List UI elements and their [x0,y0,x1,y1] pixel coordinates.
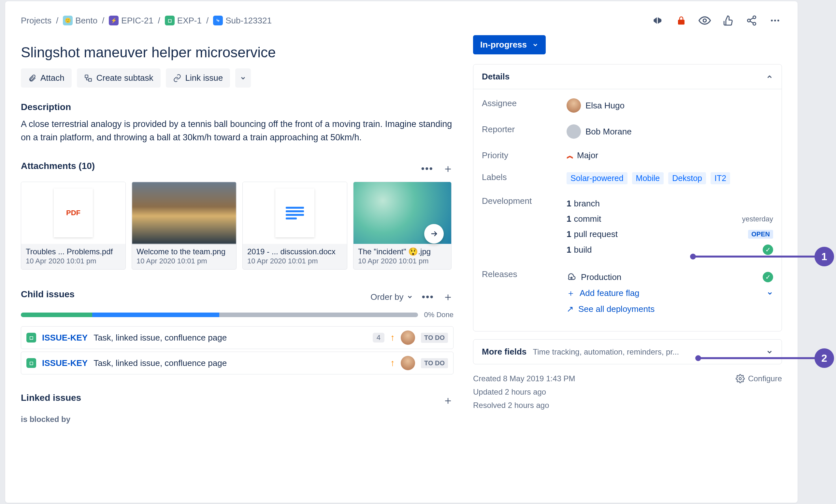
attach-button[interactable]: Attach [21,69,72,88]
breadcrumb-projects[interactable]: Projects [21,16,52,26]
top-row: Projects / 🙂 Bento / ⚡ EPIC-21 / ◻ EXP-1… [5,1,798,27]
create-subtask-button[interactable]: Create subtask [77,69,160,88]
details-panel: Details Assignee Elsa Hugo Reporter [473,64,782,331]
story-icon: ◻ [26,333,36,343]
attachments-header: Attachments (10) ••• ＋ [21,161,454,176]
cloud-up-icon [567,272,576,282]
linked-add-icon[interactable]: ＋ [442,393,454,408]
issue-key[interactable]: ISSUE-KEY [42,358,88,368]
status-dropdown[interactable]: In-progress [473,35,546,54]
attachment-name: Troubles ... Problems.pdf [21,244,126,257]
order-by-dropdown[interactable]: Order by [370,292,413,302]
description-heading: Description [21,102,454,112]
annotation-line [692,256,816,257]
annotation-badge: 1 [815,247,834,266]
attachment-icon [28,74,37,82]
issue-main: Slingshot maneuver helper microservice A… [21,35,454,424]
attachments-strip: PDF Troubles ... Problems.pdf 10 Apr 202… [21,182,454,270]
attachments-add-icon[interactable]: ＋ [442,161,454,176]
assignee-field[interactable]: Elsa Hugo [567,98,773,113]
label-chip[interactable]: Solar-powered [567,172,627,184]
label-chip[interactable]: IT2 [710,172,730,184]
label-chip[interactable]: Mobile [632,172,664,184]
share-icon[interactable] [745,14,758,27]
dev-commit[interactable]: 1 commit yesterday [567,211,773,227]
issue-summary: Task, linked issue, confluence page [94,358,384,368]
attachment-date: 10 Apr 2020 10:01 pm [354,257,451,269]
labels-label: Labels [482,172,567,184]
labels-field[interactable]: Solar-powered Mobile Dekstop IT2 [567,172,773,184]
watch-icon[interactable] [698,14,711,27]
breadcrumb: Projects / 🙂 Bento / ⚡ EPIC-21 / ◻ EXP-1… [21,16,272,26]
more-fields-panel: More fields Time tracking, automation, r… [473,339,782,364]
dev-pr[interactable]: 1 pull request OPEN [567,227,773,242]
description-text[interactable]: A close terrestrial analogy is provided … [21,118,454,144]
details-toggle[interactable]: Details [473,64,782,89]
lock-icon[interactable] [674,14,688,27]
reporter-field[interactable]: Bob Morane [567,124,773,139]
attachment-card[interactable]: 2019 - ... discussion.docx 10 Apr 2020 1… [242,182,347,270]
attachments-heading: Attachments (10) [21,161,95,171]
attachment-card[interactable]: Welcome to the team.png 10 Apr 2020 10:0… [132,182,236,270]
breadcrumb-project[interactable]: 🙂 Bento [63,16,97,26]
scroll-right-button[interactable] [424,224,444,244]
assignee-avatar[interactable] [401,356,415,370]
story-icon: ◻ [165,16,175,25]
attachment-name: The "incident" 😲.jpg [354,244,451,257]
status-badge[interactable]: TO DO [421,333,448,343]
attachment-name: Welcome to the team.png [132,244,236,257]
priority-field[interactable]: ︽ Major [567,150,773,160]
more-actions-icon[interactable] [768,14,782,27]
annotation-line [698,357,816,359]
check-circle-icon: ✓ [763,272,773,282]
child-heading: Child issues [21,289,75,299]
issue-key[interactable]: ISSUE-KEY [42,333,88,343]
more-fields-toggle[interactable]: More fields Time tracking, automation, r… [473,340,782,364]
release-env[interactable]: Production ✓ [567,269,773,285]
gear-icon [736,374,745,383]
page-title[interactable]: Slingshot maneuver helper microservice [21,44,454,61]
child-add-icon[interactable]: ＋ [442,289,454,305]
chevron-down-icon [406,294,413,300]
dev-branch[interactable]: 1 branch [567,196,773,211]
breadcrumb-separator: / [102,16,104,26]
attachment-card[interactable]: PDF Troubles ... Problems.pdf 10 Apr 202… [21,182,126,270]
assignee-avatar[interactable] [401,330,415,345]
story-icon: ◻ [26,358,36,368]
annotation-badge: 2 [815,348,834,368]
breadcrumb-exp[interactable]: ◻ EXP-1 [165,16,202,26]
feedback-icon[interactable] [651,14,665,27]
top-actions [651,14,782,27]
child-more-icon[interactable]: ••• [422,291,434,303]
progress-label: 0% Done [424,311,454,319]
svg-point-9 [739,378,741,380]
see-all-deployments[interactable]: ↗ See all deployments [567,302,773,317]
breadcrumb-separator: / [206,16,209,26]
breadcrumb-separator: / [158,16,160,26]
resolved-at: Resolved 2 hours ago [473,399,575,412]
breadcrumb-epic[interactable]: ⚡ EPIC-21 [109,16,153,26]
status-badge[interactable]: TO DO [421,358,448,368]
label-chip[interactable]: Dekstop [668,172,706,184]
vote-icon[interactable] [721,14,735,27]
child-issues: Child issues Order by ••• ＋ 0% Done [21,289,454,374]
issue-view-card: Projects / 🙂 Bento / ⚡ EPIC-21 / ◻ EXP-1… [5,1,798,503]
svg-point-3 [753,22,756,25]
add-feature-flag[interactable]: ＋ Add feature flag [567,285,773,302]
attachments-more-icon[interactable]: ••• [421,163,433,174]
child-progress: 0% Done [21,311,454,319]
dev-build[interactable]: 1 build ✓ [567,242,773,257]
avatar [567,124,581,139]
priority-arrow-icon: ↑ [390,358,395,368]
breadcrumb-subtask[interactable]: ⤷ Sub-123321 [213,16,272,26]
subtask-create-icon [84,74,93,82]
link-issue-more-button[interactable] [235,69,251,88]
svg-point-4 [771,20,773,21]
issue-action-row: Attach Create subtask Link issue [21,69,454,88]
svg-rect-8 [89,78,92,81]
link-issue-button[interactable]: Link issue [166,69,230,88]
assignee-label: Assignee [482,98,567,113]
configure-button[interactable]: Configure [736,372,782,386]
child-issue-row[interactable]: ◻ ISSUE-KEY Task, linked issue, confluen… [21,352,454,374]
child-issue-row[interactable]: ◻ ISSUE-KEY Task, linked issue, confluen… [21,326,454,349]
